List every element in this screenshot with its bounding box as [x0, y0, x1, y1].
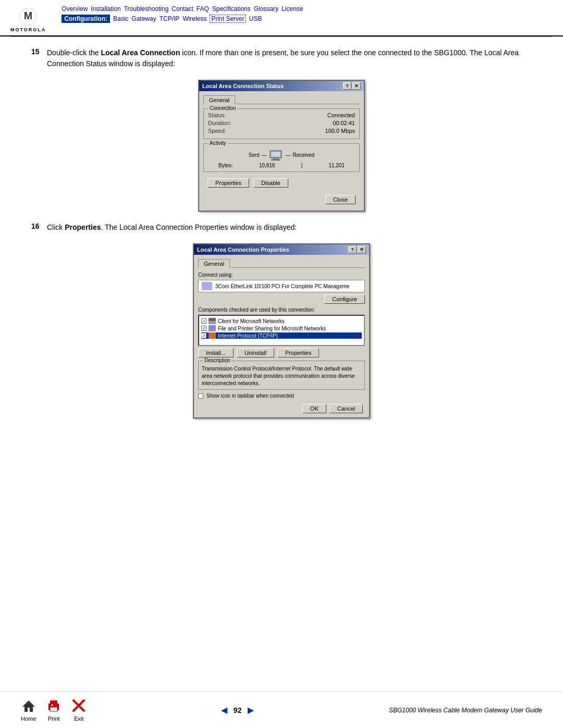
dialog2-connect-label: Connect using:: [198, 272, 365, 278]
footer-book-title: SBG1000 Wireless Cable Modem Gateway Use…: [389, 707, 542, 714]
nav-troubleshooting[interactable]: Troubleshooting: [124, 5, 169, 13]
dialog1-title: Local Area Connection Status: [202, 83, 284, 89]
list-item-client[interactable]: Client for Microsoft Networks: [201, 318, 362, 324]
step-16-block: 16 Click Properties. The Local Area Conn…: [31, 222, 532, 233]
logo-area: M MOTOROLA: [10, 7, 46, 32]
dialog1-arrow-left: —: [261, 152, 266, 158]
page-nav: ◀ 92 ▶: [221, 705, 254, 715]
dialog2-install-btn[interactable]: Install...: [198, 348, 234, 357]
svg-rect-3: [271, 152, 280, 157]
dialog1-sent-bytes: 10,816: [259, 163, 275, 168]
dialog1-body: General Connection Status: Connected Dur…: [199, 91, 364, 211]
step-16-number: 16: [31, 222, 47, 233]
dialog2-properties-btn[interactable]: Properties: [277, 348, 319, 357]
dialog2-adapter-box: 3Com EtherLink 10/100 PCI For Complete P…: [198, 280, 365, 292]
dialog1-properties-btn[interactable]: Properties: [207, 178, 249, 188]
nav-print-server[interactable]: Print Server: [210, 15, 246, 23]
dialog1-connection-group: Connection Status: Connected Duration: 0…: [203, 108, 360, 139]
dialog1-duration-label: Duration:: [208, 120, 231, 126]
taskbar-checkbox[interactable]: [198, 393, 203, 399]
nav-installation[interactable]: Installation: [91, 5, 120, 13]
dialog1-disable-btn[interactable]: Disable: [253, 178, 288, 188]
list-item-tcpip[interactable]: Internet Protocol (TCP/IP): [201, 332, 362, 339]
share-icon: [209, 325, 216, 331]
footer-exit-link[interactable]: Exit: [71, 698, 86, 722]
dialog2-tab-general[interactable]: General: [198, 259, 230, 268]
dialog1-action-buttons: Properties Disable: [203, 176, 360, 190]
dialog1-activity-icons: Sent — — Received: [208, 149, 355, 161]
step-16-text: Click Properties. The Local Area Connect…: [47, 222, 297, 233]
dialog1-close-row: Close: [203, 193, 360, 206]
dialog2-ok-btn[interactable]: OK: [302, 404, 326, 413]
dialog1-received-label: Received: [292, 152, 314, 158]
checkbox-file-sharing[interactable]: [201, 326, 206, 331]
nav-usb[interactable]: USB: [249, 15, 262, 22]
footer-nav: Home Print Exit: [21, 698, 86, 722]
prev-page-arrow[interactable]: ◀: [221, 705, 227, 715]
dialog2-configure-btn[interactable]: Configure: [324, 294, 365, 304]
dialog1-status-row: Status: Connected: [208, 112, 355, 118]
footer-home-label: Home: [21, 715, 36, 722]
dialog2-help-btn[interactable]: ?: [348, 246, 357, 253]
nav-contact[interactable]: Contact: [172, 5, 193, 13]
dialog1-arrow-right: —: [285, 152, 290, 158]
svg-rect-4: [273, 158, 279, 159]
next-page-arrow[interactable]: ▶: [248, 705, 254, 715]
dialog1-titlebar: Local Area Connection Status ? ✕: [199, 81, 364, 91]
dialog1-tab-general[interactable]: General: [203, 95, 235, 104]
config-label: Configuration:: [62, 15, 110, 23]
dialog2-cancel-btn[interactable]: Cancel: [329, 404, 363, 413]
list-item-file-sharing[interactable]: File and Printer Sharing for Microsoft N…: [201, 325, 362, 331]
footer-print-label: Print: [48, 715, 60, 722]
dialog1-connection-label: Connection: [208, 105, 238, 111]
file-sharing-label: File and Printer Sharing for Microsoft N…: [218, 326, 326, 331]
nav-tcpip[interactable]: TCP/IP: [160, 15, 180, 22]
svg-rect-5: [271, 159, 280, 161]
page-header: M MOTOROLA Overview Installation Trouble…: [0, 0, 563, 36]
nav-glossary[interactable]: Glossary: [254, 5, 278, 13]
nav-bottom: Configuration: Basic Gateway TCP/IP Wire…: [62, 15, 303, 23]
main-content: 15 Double-click the Local Area Connectio…: [0, 37, 563, 471]
svg-rect-10: [51, 705, 53, 706]
dialog1-help-btn[interactable]: ?: [343, 82, 351, 90]
dialog2-uninstall-btn[interactable]: Uninstall: [237, 348, 274, 357]
configure-btn-row: Configure: [198, 294, 365, 304]
print-icon: [46, 698, 61, 714]
dialog1-pc-icon: [268, 149, 283, 161]
nav-top: Overview Installation Troubleshooting Co…: [62, 5, 303, 13]
svg-rect-9: [50, 707, 57, 711]
dialog2-adapter-text: 3Com EtherLink 10/100 PCI For Complete P…: [215, 283, 349, 289]
dialog1-close-btn[interactable]: ✕: [352, 82, 361, 90]
nav-basic[interactable]: Basic: [113, 15, 128, 22]
dialog2-taskbar-row: Show icon in taskbar when connected: [198, 393, 365, 399]
nav-license[interactable]: License: [282, 5, 303, 13]
nav-overview[interactable]: Overview: [62, 5, 88, 13]
motorola-logo: M MOTOROLA: [10, 7, 46, 32]
nav-wireless[interactable]: Wireless: [182, 15, 206, 22]
home-icon: [21, 698, 36, 714]
checkbox-client[interactable]: [201, 318, 206, 324]
network-icon: [209, 318, 216, 324]
client-label: Client for Microsoft Networks: [218, 318, 285, 324]
taskbar-checkbox-label: Show icon in taskbar when connected: [206, 393, 294, 399]
nav-faq[interactable]: FAQ: [197, 5, 209, 13]
footer-exit-label: Exit: [74, 715, 83, 722]
dialog1-separator: |: [301, 163, 303, 168]
nav-specifications[interactable]: Specifications: [212, 5, 251, 13]
dialog2-components-label: Components checked are used by this conn…: [198, 307, 365, 313]
footer-print-link[interactable]: Print: [46, 698, 61, 722]
nav-gateway[interactable]: Gateway: [131, 15, 156, 22]
checkbox-tcpip[interactable]: [201, 333, 206, 338]
dialog2-close-btn[interactable]: ✕: [358, 246, 366, 253]
motorola-m-icon: M: [19, 7, 38, 26]
dialog1-close-button[interactable]: Close: [325, 195, 356, 204]
step-15-number: 15: [31, 47, 47, 69]
step-15-block: 15 Double-click the Local Area Connectio…: [31, 47, 532, 69]
dialog2-description-label: Description: [203, 357, 232, 363]
dialog2-components-list: Client for Microsoft Networks File and P…: [198, 315, 365, 346]
dialog1-bytes-label: Bytes:: [218, 163, 233, 168]
dialog1-speed-row: Speed: 100.0 Mbps: [208, 128, 355, 134]
footer-home-link[interactable]: Home: [21, 698, 36, 722]
dialog2-title-buttons: ? ✕: [348, 246, 366, 253]
dialog2-body: General Connect using: 3Com EtherLink 10…: [194, 255, 369, 417]
